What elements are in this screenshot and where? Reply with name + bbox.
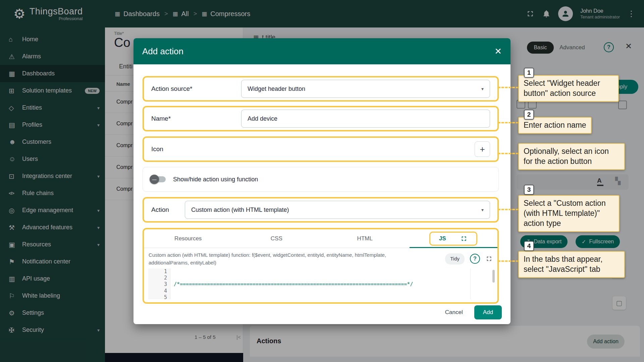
- dialog-header: Add action ✕: [133, 38, 511, 64]
- function-signature: Custom action (with HTML template) funct…: [144, 248, 497, 268]
- add-action-dialog: Add action ✕ Action source* Widget heade…: [133, 38, 511, 324]
- action-name-value: Add device: [248, 115, 277, 122]
- tab-html[interactable]: HTML: [321, 235, 409, 242]
- callout-icon: Optionally, select an icon for the actio…: [518, 143, 625, 170]
- action-type-field-highlight: Action Custom action (with HTML template…: [143, 197, 499, 223]
- action-type-select[interactable]: Custom action (with HTML template) ▾: [185, 201, 490, 219]
- action-name-input[interactable]: Add device: [241, 110, 490, 128]
- connector-line-4: [498, 209, 519, 210]
- action-type-label: Action: [151, 206, 185, 214]
- editor-scrollbar[interactable]: [492, 270, 495, 283]
- action-source-label: Action source*: [151, 85, 241, 93]
- signature-line-1: Custom action (with HTML template) funct…: [149, 251, 493, 259]
- expand-fullscreen-icon[interactable]: [460, 235, 468, 242]
- icon-label: Icon: [151, 145, 163, 153]
- tidy-button[interactable]: Tidy: [445, 253, 465, 264]
- line-numbers: 1 2 3 4 5: [148, 268, 170, 299]
- js-code-editor[interactable]: 1 2 3 4 5 /*============================…: [148, 268, 495, 299]
- minus-icon: —: [152, 177, 157, 182]
- connector-line-5: [498, 260, 519, 262]
- callout-action-source: Select "Widget header button" action sou…: [518, 75, 619, 102]
- action-source-field-highlight: Action source* Widget header button ▾: [143, 76, 499, 102]
- tab-resources[interactable]: Resources: [144, 235, 232, 242]
- action-source-value: Widget header button: [248, 85, 305, 93]
- connector-line-2: [498, 122, 519, 123]
- custom-action-editor-highlight: Resources CSS HTML JS Custom action (wit…: [143, 228, 499, 304]
- print-margin-ruler: [470, 268, 471, 299]
- select-icon-button[interactable]: +: [475, 141, 490, 157]
- code-lines: /*======================================…: [170, 268, 495, 299]
- toggle-knob: —: [150, 175, 159, 184]
- connector-line-3: [498, 153, 519, 154]
- tab-js-label: JS: [439, 235, 446, 242]
- connector-line-1: [498, 87, 519, 88]
- expand-editor-icon[interactable]: [485, 255, 493, 262]
- dialog-title: Add action: [142, 46, 183, 57]
- signature-line-2: additionalParams, entityLabel): [149, 259, 493, 267]
- step-badge-1: 1: [524, 68, 534, 78]
- show-hide-function-row: — Show/hide action using function: [143, 167, 499, 192]
- help-icon[interactable]: ?: [470, 254, 480, 264]
- editor-tabs: Resources CSS HTML JS: [144, 229, 497, 248]
- step-badge-2: 2: [524, 110, 534, 120]
- action-source-select[interactable]: Widget header button ▾: [241, 80, 490, 98]
- callout-action-type: Select a "Custom action (with HTML templ…: [518, 195, 620, 232]
- tab-css[interactable]: CSS: [232, 235, 321, 242]
- action-name-label: Name*: [151, 115, 241, 122]
- dialog-close-icon[interactable]: ✕: [494, 46, 502, 57]
- callout-js-tab: In the tabs that appear, select "JavaScr…: [518, 251, 625, 278]
- add-button[interactable]: Add: [474, 305, 502, 319]
- action-type-value: Custom action (with HTML template): [191, 206, 289, 214]
- chevron-down-icon: ▾: [481, 207, 484, 213]
- action-name-field-highlight: Name* Add device: [143, 106, 499, 131]
- cancel-button[interactable]: Cancel: [445, 309, 463, 316]
- step-badge-3: 3: [524, 185, 534, 195]
- chevron-down-icon: ▾: [481, 86, 484, 92]
- show-hide-toggle[interactable]: —: [150, 176, 166, 182]
- tab-js[interactable]: JS: [429, 232, 477, 246]
- icon-field-highlight: Icon +: [143, 136, 499, 162]
- step-badge-4: 4: [524, 241, 534, 251]
- show-hide-toggle-label: Show/hide action using function: [173, 176, 258, 183]
